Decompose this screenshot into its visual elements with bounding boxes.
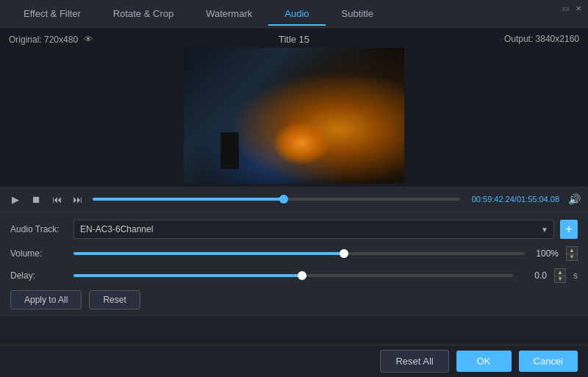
delay-slider-track[interactable] bbox=[74, 274, 513, 277]
delay-slider-fill bbox=[74, 274, 302, 277]
apply-to-all-button[interactable]: Apply to All bbox=[10, 290, 82, 309]
delay-spinner: ▲ ▼ bbox=[554, 268, 566, 283]
audio-track-row: Audio Track: EN-AC3-6Channel EN-AC3-2Cha… bbox=[10, 220, 578, 239]
delay-increment-button[interactable]: ▲ bbox=[554, 268, 566, 276]
audio-track-select[interactable]: EN-AC3-6Channel EN-AC3-2Channel bbox=[74, 220, 554, 239]
tab-rotate-crop[interactable]: Rotate & Crop bbox=[97, 2, 190, 25]
fire-effect bbox=[272, 121, 331, 165]
person-silhouette bbox=[220, 132, 239, 169]
volume-slider-thumb[interactable] bbox=[340, 249, 348, 258]
volume-icon[interactable]: 🔊 bbox=[568, 193, 581, 205]
tab-subtitle[interactable]: Subtitle bbox=[326, 2, 390, 25]
audio-track-label: Audio Track: bbox=[10, 224, 68, 234]
progress-thumb[interactable] bbox=[279, 195, 288, 204]
reset-button[interactable]: Reset bbox=[89, 290, 140, 309]
tabs-bar: Effect & Filter Rotate & Crop Watermark … bbox=[0, 0, 588, 28]
eye-icon[interactable]: 👁 bbox=[84, 34, 93, 45]
volume-decrement-button[interactable]: ▼ bbox=[566, 254, 578, 261]
original-resolution: Original: 720x480 bbox=[9, 35, 78, 45]
video-thumbnail bbox=[184, 48, 404, 184]
preview-area: Original: 720x480 👁 Output: 3840x2160 Ti… bbox=[0, 28, 588, 187]
action-row: Apply to All Reset bbox=[10, 290, 578, 309]
bottom-bar: Reset All OK Cancel bbox=[0, 345, 588, 377]
tab-watermark[interactable]: Watermark bbox=[190, 2, 268, 25]
add-track-button[interactable]: + bbox=[560, 220, 578, 239]
volume-slider-fill bbox=[74, 252, 344, 255]
preview-meta: Original: 720x480 👁 bbox=[9, 34, 93, 45]
output-resolution: Output: 3840x2160 bbox=[504, 34, 579, 44]
playback-controls: ▶ ⏹ ⏮ ⏭ 00:59:42.24/01:55:04.08 🔊 bbox=[0, 187, 588, 212]
minimize-button[interactable]: ▭ bbox=[560, 3, 570, 13]
delay-slider-wrapper bbox=[74, 274, 513, 277]
cancel-button[interactable]: Cancel bbox=[519, 351, 578, 372]
delay-row: Delay: 0.0 ▲ ▼ s bbox=[10, 268, 578, 283]
volume-value: 100% bbox=[531, 248, 559, 259]
delay-slider-thumb[interactable] bbox=[298, 271, 306, 280]
play-button[interactable]: ▶ bbox=[7, 191, 24, 207]
volume-slider-wrapper bbox=[74, 252, 525, 255]
volume-slider-track[interactable] bbox=[74, 252, 525, 255]
prev-button[interactable]: ⏮ bbox=[49, 191, 65, 207]
delay-label: Delay: bbox=[10, 270, 68, 281]
audio-track-dropdown-wrapper: EN-AC3-6Channel EN-AC3-2Channel ▼ bbox=[74, 220, 554, 239]
delay-value: 0.0 bbox=[519, 270, 547, 281]
tab-audio[interactable]: Audio bbox=[268, 2, 325, 25]
audio-settings: Audio Track: EN-AC3-6Channel EN-AC3-2Cha… bbox=[0, 212, 588, 317]
volume-label: Volume: bbox=[10, 248, 68, 259]
time-display: 00:59:42.24/01:55:04.08 bbox=[472, 195, 559, 204]
volume-increment-button[interactable]: ▲ bbox=[566, 246, 578, 254]
delay-decrement-button[interactable]: ▼ bbox=[554, 276, 566, 283]
volume-spinner: ▲ ▼ bbox=[566, 246, 578, 261]
progress-fill bbox=[93, 198, 284, 201]
tab-effect-filter[interactable]: Effect & Filter bbox=[7, 2, 97, 25]
delay-unit-label: s bbox=[573, 270, 578, 281]
progress-bar[interactable] bbox=[93, 198, 460, 201]
next-button[interactable]: ⏭ bbox=[69, 191, 85, 207]
title-bar: ▭ ✕ bbox=[556, 0, 588, 16]
ok-button[interactable]: OK bbox=[456, 351, 512, 372]
stop-button[interactable]: ⏹ bbox=[28, 191, 44, 207]
preview-title: Title 15 bbox=[279, 34, 309, 45]
reset-all-button[interactable]: Reset All bbox=[380, 350, 448, 373]
close-button[interactable]: ✕ bbox=[573, 3, 584, 13]
volume-row: Volume: 100% ▲ ▼ bbox=[10, 246, 578, 261]
video-frame bbox=[184, 48, 404, 184]
